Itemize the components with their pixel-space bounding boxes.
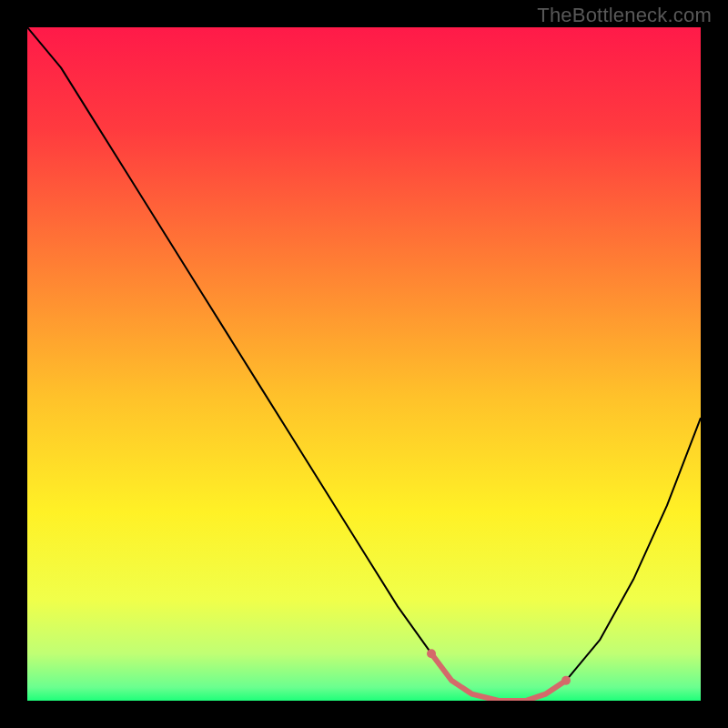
chart-container: TheBottleneck.com [0, 0, 728, 728]
watermark-label: TheBottleneck.com [537, 4, 712, 27]
highlight-endpoint [561, 676, 571, 685]
highlight-endpoint [427, 649, 436, 658]
plot-area [27, 27, 701, 701]
chart-svg [27, 27, 701, 701]
gradient-background [27, 27, 701, 701]
